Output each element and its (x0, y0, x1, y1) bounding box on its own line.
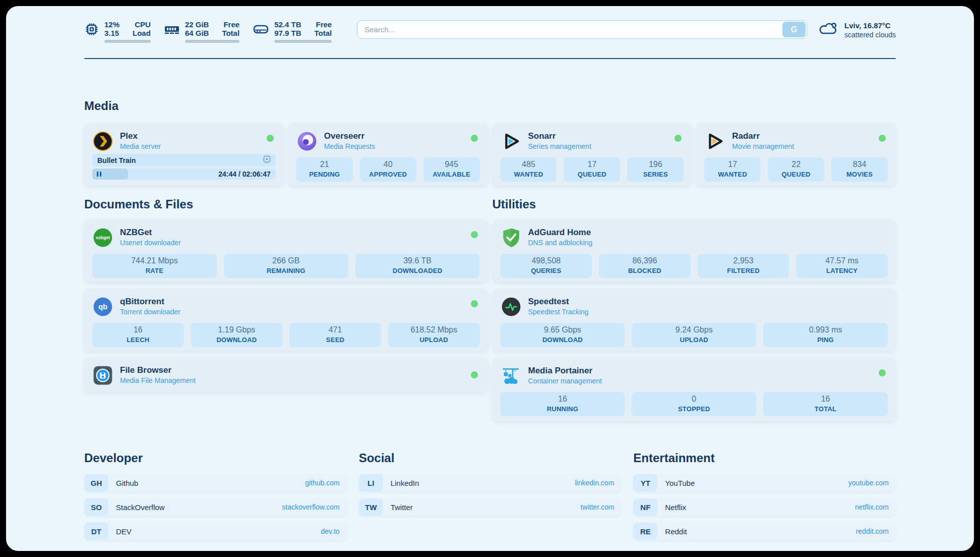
app-card-adguard[interactable]: AdGuard Home DNS and adblocking 498,508 … (493, 219, 896, 282)
links-social: Social LI LinkedIn linkedin.com TW Twitt… (359, 451, 622, 547)
link-row-netflix[interactable]: NF Netflix netflix.com (633, 498, 896, 516)
stat-blocked: 86,396 BLOCKED (599, 254, 691, 278)
link-row-reddit[interactable]: RE Reddit reddit.com (633, 523, 896, 540)
disk-total-value: 97.9 TB (274, 29, 301, 37)
app-card-overseerr[interactable]: Overseerr Media Requests 21 PENDING 40 A… (288, 123, 488, 186)
radarr-icon (704, 131, 725, 152)
cpu-label-1: CPU (135, 20, 151, 29)
weather-location: Lviv, 16.87°C (844, 21, 896, 30)
cpu-label-2: Load (133, 29, 151, 37)
svg-text:nzbget: nzbget (96, 235, 110, 240)
app-desc: Media File Management (120, 375, 196, 385)
link-tag: GH (84, 474, 108, 491)
stat-wanted: 17 WANTED (704, 157, 761, 182)
stat-download: 9.65 Gbps DOWNLOAD (501, 323, 625, 347)
app-name: Speedtest (528, 297, 589, 307)
ram-total-value: 64 GiB (185, 29, 209, 37)
status-dot (471, 135, 478, 142)
app-card-speedtest[interactable]: Speedtest Speedtest Tracking 9.65 Gbps D… (493, 289, 896, 351)
app-desc: Speedtest Tracking (528, 307, 589, 317)
stat-seed: 471 SEED (289, 323, 381, 347)
links-developer: Developer GH Github github.com SO StackO… (84, 451, 347, 547)
pause-icon[interactable] (97, 172, 101, 177)
disk-stat: 52.4 TB 97.9 TB Free Total (253, 20, 332, 43)
stat-latency: 47.57 ms LATENCY (796, 254, 888, 278)
link-row-stackoverflow[interactable]: SO StackOverflow stackoverflow.com (84, 498, 347, 516)
disk-label-1: Free (316, 20, 332, 29)
stat-movies: 834 MOVIES (831, 157, 888, 182)
cpu-stat: 12% 3.15 CPU Load (84, 20, 151, 43)
status-dot (267, 135, 274, 142)
app-card-radarr[interactable]: Radarr Movie management 17 WANTED 22 QUE… (696, 123, 896, 186)
app-card-plex[interactable]: Plex Media server Bullet Train (84, 123, 284, 186)
app-name: Overseerr (324, 131, 375, 141)
stat-queries: 498,508 QUERIES (501, 254, 592, 278)
app-card-sonarr[interactable]: Sonarr Series management 485 WANTED 17 Q… (493, 123, 692, 186)
disk-progress-track (274, 40, 332, 43)
app-card-portainer[interactable]: Media Portainer Container management 16 … (493, 358, 896, 421)
section-title-developer: Developer (84, 451, 347, 465)
app-desc: Usenet downloader (120, 238, 181, 248)
stat-filtered: 2,953 FILTERED (698, 254, 789, 278)
stat-downloaded: 39.6 TB DOWNLOADED (355, 254, 480, 278)
section-title-utilities: Utilities (493, 197, 896, 211)
now-playing-bar: Bullet Train (92, 154, 276, 166)
link-tag: YT (633, 474, 657, 491)
section-title-documents: Documents & Files (84, 197, 488, 211)
cpu-icon (84, 22, 99, 39)
link-tag: TW (359, 498, 383, 516)
weather-condition: scattered clouds (844, 30, 896, 40)
stat-running: 16 RUNNING (501, 392, 625, 416)
link-tag: NF (633, 498, 657, 516)
svg-text:qb: qb (98, 303, 107, 311)
speedtest-icon (501, 296, 522, 317)
cpu-progress-track (104, 40, 151, 43)
app-desc: Media server (120, 141, 161, 151)
section-title-media: Media (84, 99, 896, 113)
filebrowser-icon (92, 365, 113, 386)
adguard-icon (501, 227, 522, 248)
link-row-twitter[interactable]: TW Twitter twitter.com (359, 498, 622, 516)
stat-queued: 17 QUEUED (564, 157, 620, 182)
disk-free-value: 52.4 TB (274, 20, 301, 29)
cloud-icon (818, 20, 838, 40)
link-row-youtube[interactable]: YT YouTube youtube.com (633, 474, 896, 491)
app-desc: DNS and adblocking (528, 238, 593, 248)
stat-wanted: 485 WANTED (501, 157, 557, 182)
search-engine-button[interactable]: G (782, 22, 806, 37)
bookmark-sections: Developer GH Github github.com SO StackO… (84, 451, 896, 551)
stat-series: 196 SERIES (627, 157, 684, 182)
media-settings-icon[interactable] (263, 155, 271, 165)
stat-rate: 744.21 Mbps RATE (92, 254, 217, 278)
app-name: File Browser (120, 365, 196, 375)
ram-stat: 22 GiB 64 GiB Free Total (164, 20, 239, 43)
links-entertainment: Entertainment YT YouTube youtube.com NF … (633, 451, 896, 547)
playback-progress-bar[interactable]: 24:44 / 02:06:47 (92, 169, 276, 180)
link-tag: DT (84, 523, 108, 540)
app-name: Media Portainer (528, 366, 602, 376)
app-card-nzbget[interactable]: nzbget NZBGet Usenet downloader 744.21 M… (84, 219, 488, 282)
overseerr-icon (296, 131, 318, 152)
playback-time: 24:44 / 02:06:47 (218, 170, 271, 178)
app-name: Plex (120, 131, 161, 141)
portainer-icon (501, 365, 522, 386)
stat-remaining: 266 GB REMAINING (224, 254, 348, 278)
app-card-qbittorrent[interactable]: qb qBittorrent Torrent downloader 16 LEE… (84, 289, 488, 351)
stat-upload: 9.24 Gbps UPLOAD (632, 323, 756, 347)
stat-available: 945 AVAILABLE (423, 157, 480, 182)
cpu-load-value: 3.15 (104, 29, 119, 37)
section-title-entertainment: Entertainment (633, 451, 896, 465)
plex-icon (92, 131, 113, 152)
qbittorrent-icon: qb (92, 296, 113, 317)
app-card-filebrowser[interactable]: File Browser Media File Management (84, 358, 488, 393)
cpu-usage-value: 12% (104, 20, 119, 29)
disk-label-2: Total (314, 29, 332, 37)
link-row-linkedin[interactable]: LI LinkedIn linkedin.com (359, 474, 622, 491)
stat-upload: 618.52 Mbps UPLOAD (388, 323, 480, 347)
now-playing-title: Bullet Train (97, 156, 263, 164)
link-row-github[interactable]: GH Github github.com (84, 474, 347, 491)
search-input[interactable] (357, 20, 807, 39)
status-dot (471, 231, 478, 238)
link-row-dev[interactable]: DT DEV dev.to (84, 523, 347, 540)
ram-progress-track (185, 40, 239, 43)
